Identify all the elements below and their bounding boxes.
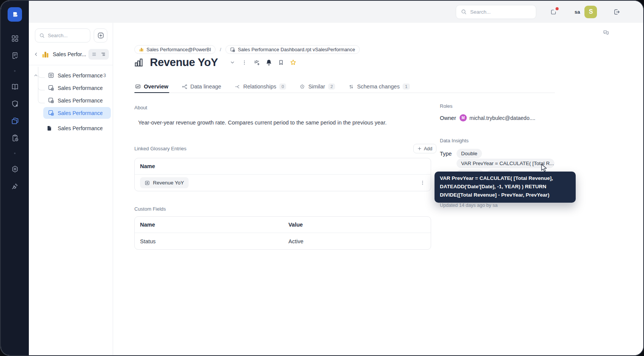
type-row: Type Double <box>440 149 482 158</box>
breadcrumb-item-report[interactable]: Sales Performance Dashboard.rpt vSalesPe… <box>225 45 360 54</box>
logout-button[interactable] <box>613 8 620 16</box>
tab-schema-changes[interactable]: Schema changes 1 <box>348 80 410 93</box>
tooltip-line: VAR PrevYear = CALCULATE( [Total Revenue… <box>440 174 570 183</box>
tree-view-toggle[interactable] <box>99 50 108 58</box>
breadcrumb-item-source[interactable]: Sales Performance@PowerBI <box>134 45 216 54</box>
add-glossary-entry-button[interactable]: Add <box>413 144 436 153</box>
tab-label: Similar <box>308 83 325 90</box>
type-label: Type <box>440 151 457 157</box>
nav-glossary-button[interactable] <box>7 79 22 94</box>
comments-rail <box>598 23 643 355</box>
add-object-button[interactable] <box>94 28 107 43</box>
panel-divider <box>29 65 113 65</box>
classify-icon <box>253 59 260 66</box>
tab-label: Schema changes <box>357 83 400 90</box>
cf-col-value: Value <box>288 222 303 228</box>
overview-icon <box>135 84 141 90</box>
tab-relationships[interactable]: Relationships 0 <box>234 80 287 93</box>
kebab-icon <box>241 60 247 66</box>
owner-row: Owner M michal.trybulec@dataedo.... <box>440 114 535 121</box>
shield-star-icon <box>11 100 19 108</box>
nav-catalog-button[interactable] <box>7 113 22 128</box>
panel-search[interactable] <box>35 28 90 43</box>
nav-settings-button[interactable] <box>7 161 22 176</box>
tree-item-child-selected[interactable]: Sales Performance Da... <box>29 107 113 119</box>
measure-chart-icon <box>134 57 144 68</box>
tab-label: Relationships <box>243 83 276 90</box>
updated-text: Updated 14 days ago by sa <box>440 203 498 208</box>
tab-label: Overview <box>144 83 168 90</box>
rail-separator-dot <box>14 153 16 154</box>
nav-connections-button[interactable] <box>7 178 22 194</box>
bell-icon <box>265 59 272 66</box>
doc-check-icon <box>11 52 19 60</box>
nav-quality-button[interactable] <box>7 96 22 111</box>
tree-item-child[interactable]: Sales Performance Da... <box>29 82 113 94</box>
type-value-pill: Double <box>457 149 482 158</box>
document-filled-icon <box>46 125 52 131</box>
lineage-icon <box>182 84 187 90</box>
book-icon <box>11 83 19 91</box>
glossary-column-header: Name <box>135 158 431 175</box>
roles-heading: Roles <box>440 103 452 109</box>
add-button-label: Add <box>424 146 432 151</box>
glossary-entry-link[interactable]: Revenue YoY <box>140 177 189 188</box>
title-actions <box>226 57 299 68</box>
tooltip-line: DATEADD('Date'[Date], -1, YEAR) ) RETURN <box>440 183 570 191</box>
tab-data-lineage[interactable]: Data lineage <box>181 80 222 93</box>
tree-item-child[interactable]: Sales Performance Da... <box>29 94 113 107</box>
breadcrumb-label: Sales Performance Dashboard.rpt vSalesPe… <box>238 47 355 52</box>
owner-label: Owner <box>440 115 460 121</box>
bookmark-button[interactable] <box>275 57 287 68</box>
tree-item-label: Sales Performance Da... <box>58 110 102 116</box>
user-avatar[interactable]: S <box>584 6 597 18</box>
logout-icon <box>613 8 620 16</box>
glossary-row: Revenue YoY <box>135 175 431 191</box>
owner-email[interactable]: michal.trybulec@dataedo.... <box>469 115 535 121</box>
tree-item-label: Sales Performance Da... <box>58 85 102 91</box>
kebab-icon <box>420 180 425 186</box>
tree-item-label: Sales Performance ... <box>58 72 102 79</box>
comments-button[interactable] <box>603 29 609 36</box>
tree-view-toggle-group <box>88 49 109 60</box>
notifications-button[interactable] <box>550 8 557 16</box>
dashboard-icon <box>11 35 19 43</box>
notification-dot <box>556 7 559 10</box>
tab-similar[interactable]: Similar 2 <box>299 80 336 93</box>
list-view-toggle[interactable] <box>90 50 99 58</box>
classify-button[interactable] <box>250 57 263 68</box>
schema-changes-icon <box>348 84 354 90</box>
mouse-cursor <box>541 164 548 172</box>
app-window: sa S <box>0 0 644 356</box>
subscribe-button[interactable] <box>263 57 275 68</box>
definition-pill[interactable]: VAR PrevYear = CALCULATE( [Total R... <box>457 159 554 168</box>
favorite-button[interactable] <box>287 57 299 68</box>
dataedo-logo[interactable] <box>8 7 22 22</box>
cf-row-value: Active <box>288 238 304 244</box>
tree-item-count: 3 <box>103 72 106 78</box>
collapse-panel-button[interactable] <box>33 52 39 57</box>
nav-dashboard-button[interactable] <box>7 31 22 46</box>
report-grid-icon <box>48 110 54 116</box>
tree-item-sibling[interactable]: Sales Performance Da... <box>29 122 113 134</box>
nav-requests-button[interactable] <box>7 130 22 145</box>
rail-icon-list <box>7 31 22 195</box>
panel-search-input[interactable] <box>48 33 86 38</box>
powerbi-icon <box>139 47 144 52</box>
tab-overview[interactable]: Overview <box>134 80 169 93</box>
title-row: Revenue YoY <box>134 56 299 69</box>
glossary-row-menu-button[interactable] <box>420 180 425 186</box>
global-search[interactable] <box>456 5 536 19</box>
definition-tooltip: VAR PrevYear = CALCULATE( [Total Revenue… <box>435 172 576 203</box>
source-root-row[interactable]: Sales Perfor... <box>33 49 109 60</box>
comments-icon <box>603 29 609 36</box>
global-search-input[interactable] <box>470 9 531 15</box>
user-short-name: sa <box>575 9 580 15</box>
nav-doc-check-button[interactable] <box>7 48 22 63</box>
tree-list-icon <box>101 52 106 57</box>
chevron-down-icon <box>230 60 235 65</box>
title-dropdown-button[interactable] <box>226 57 238 68</box>
left-nav-rail <box>1 1 29 355</box>
title-more-button[interactable] <box>238 57 250 68</box>
main-content: Sales Performance@PowerBI / Sales Perfor… <box>113 23 600 355</box>
